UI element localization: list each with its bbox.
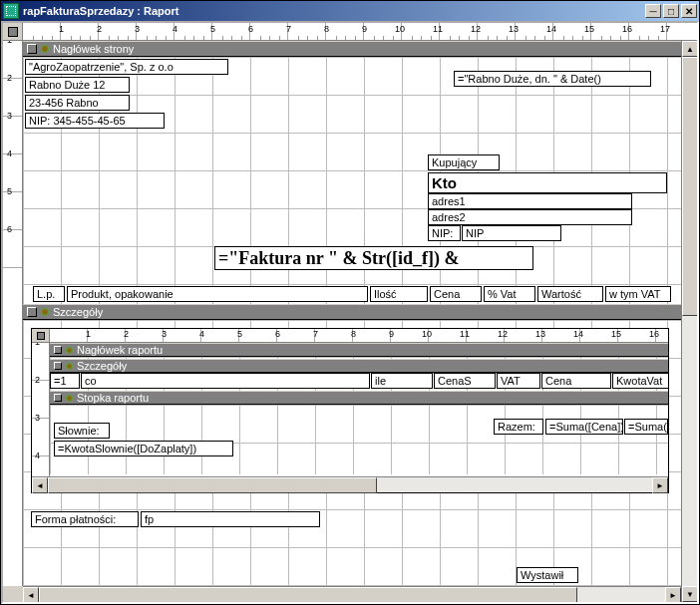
sub-ruler-corner[interactable] — [32, 329, 50, 343]
sub-slownie-expr[interactable]: =KwotaSlownie([DoZaplaty]) — [54, 441, 233, 456]
section-bar-page-header[interactable]: Nagłówek strony — [23, 41, 697, 57]
scroll-thumb[interactable] — [39, 587, 577, 603]
sub-horizontal-scrollbar[interactable]: ◄ ► — [32, 476, 668, 492]
col-price[interactable]: Cena — [430, 286, 482, 302]
sub-section-bar-footer[interactable]: Stopka raportu — [50, 391, 668, 405]
section-icon — [41, 45, 49, 53]
sub-field-eq1[interactable]: =1 — [50, 373, 80, 389]
sub-field-kwotavat[interactable]: KwotaVat — [612, 373, 668, 389]
company-addr2-field[interactable]: 23-456 Rabno — [25, 95, 130, 111]
close-button[interactable]: ✕ — [681, 4, 697, 18]
signer-label[interactable]: Wystawił — [517, 567, 578, 583]
sub-field-co[interactable]: co — [81, 373, 370, 389]
buyer-name-field[interactable]: Kto — [428, 172, 667, 193]
section-icon — [66, 395, 73, 402]
sub-design-surface[interactable]: Nagłówek raportu Szczegóły — [50, 343, 668, 476]
section-label: Stopka raportu — [77, 392, 149, 404]
sub-field-cenas[interactable]: CenaS — [434, 373, 496, 389]
scroll-down-button[interactable]: ▼ — [682, 586, 698, 602]
invoice-title-field[interactable]: ="Faktura nr " & Str([id_f]) & — [214, 246, 533, 270]
section-icon — [41, 308, 49, 316]
scroll-right-button[interactable]: ► — [665, 587, 681, 603]
sub-field-ile[interactable]: ile — [371, 373, 433, 389]
scroll-up-button[interactable]: ▲ — [682, 41, 698, 57]
col-vat[interactable]: % Vat — [484, 286, 535, 302]
report-design-window: rapFakturaSprzedazy : Raport ─ □ ✕ 12345… — [0, 0, 700, 605]
col-lp[interactable]: L.p. — [33, 286, 65, 302]
scroll-thumb[interactable] — [682, 57, 698, 316]
scroll-right-button[interactable]: ► — [652, 477, 668, 493]
horizontal-scrollbar[interactable]: ◄ ► — [23, 586, 681, 602]
client-area: 1234567891011121314151617 123456 Nagłówe… — [1, 21, 699, 604]
payment-field[interactable]: fp — [141, 511, 320, 527]
buyer-addr2-field[interactable]: adres2 — [428, 209, 632, 225]
report-icon — [3, 3, 19, 19]
section-bar-detail[interactable]: Szczegóły — [23, 304, 697, 320]
design-surface[interactable]: Nagłówek strony "AgroZaopatrzenie", Sp. … — [23, 41, 697, 586]
page-header-section: Nagłówek strony "AgroZaopatrzenie", Sp. … — [23, 41, 697, 304]
section-icon — [66, 347, 73, 354]
ruler-corner[interactable] — [3, 23, 23, 41]
titlebar[interactable]: rapFakturaSprzedazy : Raport ─ □ ✕ — [1, 1, 699, 21]
buyer-nip-label[interactable]: NIP: — [428, 225, 461, 241]
sub-field-cena[interactable]: Cena — [541, 373, 611, 389]
sub-suma-cena[interactable]: =Suma([Cena]) — [545, 419, 623, 435]
section-label: Szczegóły — [77, 360, 127, 372]
company-nip-field[interactable]: NIP: 345-455-45-65 — [25, 113, 165, 129]
sub-section-bar-header[interactable]: Nagłówek raportu — [50, 343, 668, 357]
subreport[interactable]: 12345678910111213141516 1234 Nagłówek ra… — [31, 328, 669, 493]
sub-horizontal-ruler[interactable]: 12345678910111213141516 — [50, 329, 668, 343]
section-label: Szczegóły — [53, 306, 103, 318]
sub-slownie-label[interactable]: Słownie: — [54, 423, 110, 439]
scroll-left-button[interactable]: ◄ — [23, 587, 39, 603]
section-label: Nagłówek strony — [53, 43, 134, 55]
vertical-scrollbar[interactable]: ▲ ▼ — [681, 41, 697, 602]
sub-suma-kwota[interactable]: =Suma([Kwo — [624, 419, 668, 435]
payment-label[interactable]: Forma płatności: — [31, 511, 139, 527]
company-name-field[interactable]: "AgroZaopatrzenie", Sp. z o.o — [25, 59, 228, 75]
scroll-left-button[interactable]: ◄ — [32, 477, 48, 493]
sub-section-bar-detail[interactable]: Szczegóły — [50, 359, 668, 373]
col-value[interactable]: Wartość — [537, 286, 603, 302]
col-qty[interactable]: Ilość — [370, 286, 428, 302]
company-addr1-field[interactable]: Rabno Duże 12 — [25, 77, 130, 93]
buyer-label[interactable]: Kupujący — [428, 154, 500, 170]
col-product[interactable]: Produkt, opakowanie — [67, 286, 368, 302]
sub-field-vat[interactable]: VAT — [497, 373, 540, 389]
col-vat-amount[interactable]: w tym VAT — [605, 286, 671, 302]
section-icon — [66, 363, 73, 370]
sub-vertical-ruler[interactable]: 1234 — [32, 343, 50, 476]
buyer-nip-field[interactable]: NIP — [462, 225, 561, 241]
window-title: rapFakturaSprzedazy : Raport — [23, 5, 645, 17]
detail-section: Szczegóły 12345678910111213141516 1234 — [23, 304, 697, 586]
buyer-addr1-field[interactable]: adres1 — [428, 193, 632, 209]
vertical-ruler[interactable]: 123456 — [3, 41, 23, 586]
section-label: Nagłówek raportu — [77, 344, 163, 356]
sub-razem-label[interactable]: Razem: — [494, 419, 543, 435]
date-expression-field[interactable]: ="Rabno Duże, dn. " & Date() — [454, 71, 651, 87]
minimize-button[interactable]: ─ — [645, 4, 661, 18]
scroll-thumb[interactable] — [48, 477, 377, 493]
horizontal-ruler[interactable]: 1234567891011121314151617 — [23, 23, 697, 41]
maximize-button[interactable]: □ — [663, 4, 679, 18]
